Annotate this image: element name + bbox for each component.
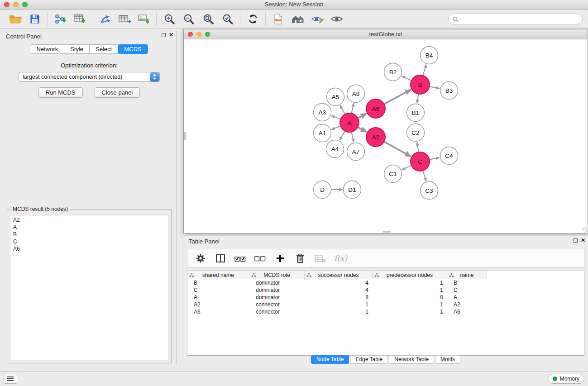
node-C4[interactable]: C4	[440, 147, 458, 165]
zoom-in-button[interactable]	[159, 11, 179, 27]
criterion-select[interactable]: largest connected component (directed)	[19, 72, 160, 82]
node-A1[interactable]: A1	[314, 124, 331, 142]
node-B2[interactable]: B2	[384, 63, 402, 81]
open-session-button[interactable]	[5, 11, 25, 27]
close-window-button[interactable]	[4, 2, 10, 7]
resize-corner-handle[interactable]	[582, 227, 587, 233]
network-canvas[interactable]: B4B2BB3A5A8A6B1A3AC2A1A2A4A7C4CC1C3DD1	[184, 39, 588, 233]
close-table-panel-icon[interactable]: ✕	[581, 238, 585, 243]
float-panel-icon[interactable]	[162, 33, 166, 37]
table-header-row: shared nameMCDS rolesuccessor nodesprede…	[187, 271, 584, 279]
node-A7[interactable]: A7	[347, 143, 365, 161]
tab-select[interactable]: Select	[89, 44, 118, 54]
home-button[interactable]	[288, 11, 307, 27]
search-icon	[453, 16, 459, 22]
table-row[interactable]: A6connector11A6	[187, 308, 584, 315]
delete-column-button[interactable]	[292, 251, 308, 266]
result-item[interactable]: B	[10, 231, 168, 238]
table-row[interactable]: Cdominator41C	[187, 286, 584, 294]
run-mcds-button[interactable]: Run MCDS	[38, 87, 83, 98]
splitter-grip[interactable]	[184, 132, 186, 140]
list-icon	[7, 376, 14, 381]
node-A4[interactable]: A4	[326, 140, 344, 158]
toggle-columns-button[interactable]	[213, 251, 228, 266]
edge-A2-C	[384, 142, 411, 157]
add-column-button[interactable]	[272, 251, 288, 266]
column-header[interactable]: successor nodes	[305, 271, 373, 279]
node-B3[interactable]: B3	[440, 82, 458, 100]
close-network-button[interactable]	[188, 32, 193, 37]
column-header[interactable]: name	[447, 271, 487, 279]
minimize-network-button[interactable]	[196, 32, 201, 37]
node-A2[interactable]: A2	[366, 128, 385, 147]
node-A3[interactable]: A3	[314, 104, 331, 121]
close-panel-icon[interactable]: ✕	[169, 33, 173, 38]
function-builder-button[interactable]: f(x)	[332, 254, 347, 263]
result-item[interactable]: A	[10, 224, 168, 231]
table-settings-button[interactable]	[193, 251, 208, 266]
search-box[interactable]	[448, 14, 583, 24]
network-view[interactable]: B4B2BB3A5A8A6B1A3AC2A1A2A4A7C4CC1C3DD1	[184, 39, 588, 233]
deselect-all-button[interactable]	[253, 251, 268, 266]
column-header[interactable]: shared name	[187, 271, 249, 279]
import-network-file-button[interactable]	[50, 11, 70, 27]
tab-network-table[interactable]: Network Table	[389, 355, 434, 364]
zoom-window-button[interactable]	[22, 2, 28, 7]
table-row[interactable]: Adominator80A	[187, 294, 584, 301]
node-C1[interactable]: C1	[384, 165, 402, 183]
mcds-action-buttons: Run MCDS Close panel	[2, 87, 176, 98]
zoom-selected-button[interactable]	[218, 11, 237, 27]
node-C2[interactable]: C2	[407, 124, 425, 142]
node-D1[interactable]: D1	[344, 181, 361, 199]
tab-mcds[interactable]: MCDS	[118, 44, 148, 54]
zoom-network-button[interactable]	[205, 32, 210, 37]
new-network-button[interactable]	[95, 11, 115, 27]
zoom-out-button[interactable]	[179, 11, 198, 27]
tab-network[interactable]: Network	[30, 44, 64, 54]
export-table-button[interactable]	[115, 11, 134, 27]
node-A8[interactable]: A8	[347, 85, 365, 103]
select-all-button[interactable]	[233, 251, 248, 266]
close-panel-button[interactable]: Close panel	[95, 87, 140, 98]
tab-node-table[interactable]: Node Table	[311, 355, 349, 364]
tab-style[interactable]: Style	[64, 44, 90, 54]
node-B1[interactable]: B1	[407, 104, 425, 122]
show-panel-button[interactable]	[4, 374, 17, 384]
export-table-icon	[118, 14, 131, 24]
result-item[interactable]: A2	[10, 216, 168, 224]
column-header[interactable]: MCDS role	[249, 271, 305, 279]
node-B4[interactable]: B4	[421, 47, 438, 64]
export-image-button[interactable]	[134, 11, 153, 27]
tab-edge-table[interactable]: Edge Table	[350, 355, 388, 364]
node-C3[interactable]: C3	[421, 182, 438, 200]
zoom-fit-button[interactable]	[198, 11, 218, 27]
delete-table-button[interactable]	[312, 251, 328, 266]
table-cell: dominator	[249, 294, 305, 301]
node-A5[interactable]: A5	[327, 88, 344, 106]
result-item[interactable]: A6	[10, 245, 168, 253]
node-A[interactable]: A	[340, 113, 359, 132]
import-table-file-button[interactable]	[70, 11, 89, 27]
save-session-button[interactable]	[25, 11, 44, 27]
float-table-panel-icon[interactable]	[574, 238, 578, 243]
memory-button[interactable]: Memory	[548, 374, 584, 384]
column-header[interactable]: predecessor nodes	[373, 271, 447, 279]
node-C[interactable]: C	[411, 152, 430, 171]
node-A6[interactable]: A6	[366, 99, 385, 118]
node-B[interactable]: B	[411, 75, 430, 94]
style-preview-button[interactable]	[307, 11, 327, 27]
table-row[interactable]: Bdominator41B	[187, 279, 584, 286]
toolbar-separator	[265, 12, 266, 26]
minimize-window-button[interactable]	[13, 2, 19, 7]
splitter-grip[interactable]	[383, 231, 391, 233]
table-row[interactable]: A2connector11A2	[187, 301, 584, 308]
table-toolbar: f(x)	[187, 249, 584, 268]
search-input[interactable]	[461, 16, 578, 22]
window-title: Session: New Session	[0, 0, 588, 9]
refresh-layout-button[interactable]	[243, 11, 263, 27]
node-D[interactable]: D	[314, 181, 331, 199]
toggle-graphics-button[interactable]	[327, 11, 346, 27]
result-item[interactable]: C	[10, 238, 168, 245]
tab-motifs[interactable]: Motifs	[435, 355, 460, 364]
open-document-button[interactable]	[268, 11, 288, 27]
